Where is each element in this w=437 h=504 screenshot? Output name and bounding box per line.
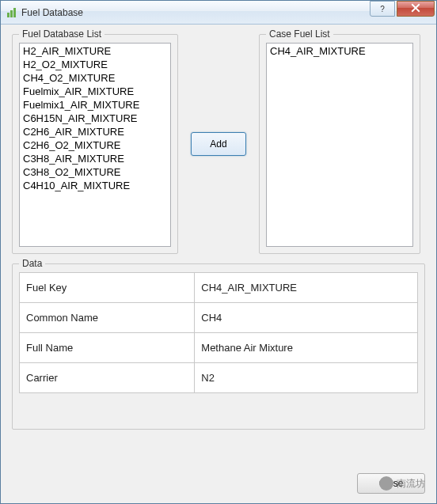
list-item[interactable]: C3H8_O2_MIXTURE — [20, 165, 170, 179]
middle-column: Add — [186, 34, 251, 254]
data-group-label: Data — [19, 258, 45, 269]
help-button[interactable]: ? — [370, 1, 395, 17]
case-fuel-list-label: Case Fuel List — [266, 28, 333, 40]
list-item[interactable]: Fuelmix_AIR_MIXTURE — [20, 85, 170, 98]
help-icon: ? — [380, 5, 385, 13]
data-key-cell: Carrier — [20, 363, 195, 393]
list-item[interactable]: H2_O2_MIXTURE — [20, 58, 170, 71]
window-title: Fuel Database — [21, 7, 370, 18]
svg-rect-2 — [13, 8, 16, 17]
list-item[interactable]: C2H6_O2_MIXTURE — [20, 138, 170, 152]
list-item[interactable]: H2_AIR_MIXTURE — [20, 44, 170, 58]
data-group: Data Fuel KeyCH4_AIR_MIXTURECommon NameC… — [12, 263, 425, 430]
window-buttons: ? — [370, 1, 435, 18]
top-row: Fuel Database List H2_AIR_MIXTUREH2_O2_M… — [12, 34, 425, 254]
fuel-database-list-label: Fuel Database List — [19, 28, 104, 40]
list-item[interactable]: C2H6_AIR_MIXTURE — [20, 125, 170, 138]
case-fuel-list-group: Case Fuel List CH4_AIR_MIXTURE — [259, 34, 420, 254]
svg-rect-1 — [10, 10, 13, 17]
svg-rect-0 — [7, 13, 10, 17]
add-button[interactable]: Add — [191, 132, 246, 156]
data-scroll-area[interactable]: Fuel KeyCH4_AIR_MIXTURECommon NameCH4Ful… — [19, 272, 418, 423]
list-item[interactable]: CH4_AIR_MIXTURE — [267, 44, 412, 58]
table-row: Full NameMethane Air Mixture — [20, 333, 418, 363]
list-item[interactable]: C3H8_AIR_MIXTURE — [20, 152, 170, 165]
data-value-cell[interactable]: CH4 — [195, 303, 418, 333]
fuel-database-list-group: Fuel Database List H2_AIR_MIXTUREH2_O2_M… — [12, 34, 178, 254]
table-row: Fuel KeyCH4_AIR_MIXTURE — [20, 273, 418, 303]
close-icon — [411, 3, 420, 14]
list-item[interactable]: Fuelmix1_AIR_MIXTURE — [20, 98, 170, 112]
data-key-cell: Full Name — [20, 333, 195, 363]
titlebar: Fuel Database ? — [1, 1, 436, 25]
close-button[interactable]: Close — [357, 473, 425, 494]
data-key-cell: Fuel Key — [20, 273, 195, 303]
app-icon — [6, 6, 18, 19]
list-item[interactable]: CH4_O2_MIXTURE — [20, 71, 170, 85]
list-item[interactable]: C4H10_AIR_MIXTURE — [20, 179, 170, 192]
dialog-content: Fuel Database List H2_AIR_MIXTUREH2_O2_M… — [1, 25, 436, 473]
list-item[interactable]: C6H15N_AIR_MIXTURE — [20, 112, 170, 125]
data-value-cell[interactable]: CH4_AIR_MIXTURE — [195, 273, 418, 303]
table-row: Common NameCH4 — [20, 303, 418, 333]
table-row: CarrierN2 — [20, 363, 418, 393]
data-table: Fuel KeyCH4_AIR_MIXTURECommon NameCH4Ful… — [19, 272, 418, 393]
case-fuel-listbox[interactable]: CH4_AIR_MIXTURE — [266, 43, 413, 247]
dialog-window: Fuel Database ? Fuel Database List H2_AI… — [0, 0, 437, 504]
window-close-button[interactable] — [397, 1, 435, 17]
data-value-cell[interactable]: N2 — [195, 363, 418, 393]
data-value-cell[interactable]: Methane Air Mixture — [195, 333, 418, 363]
bottom-bar: Close — [1, 473, 436, 503]
fuel-database-listbox[interactable]: H2_AIR_MIXTUREH2_O2_MIXTURECH4_O2_MIXTUR… — [19, 43, 171, 247]
data-key-cell: Common Name — [20, 303, 195, 333]
